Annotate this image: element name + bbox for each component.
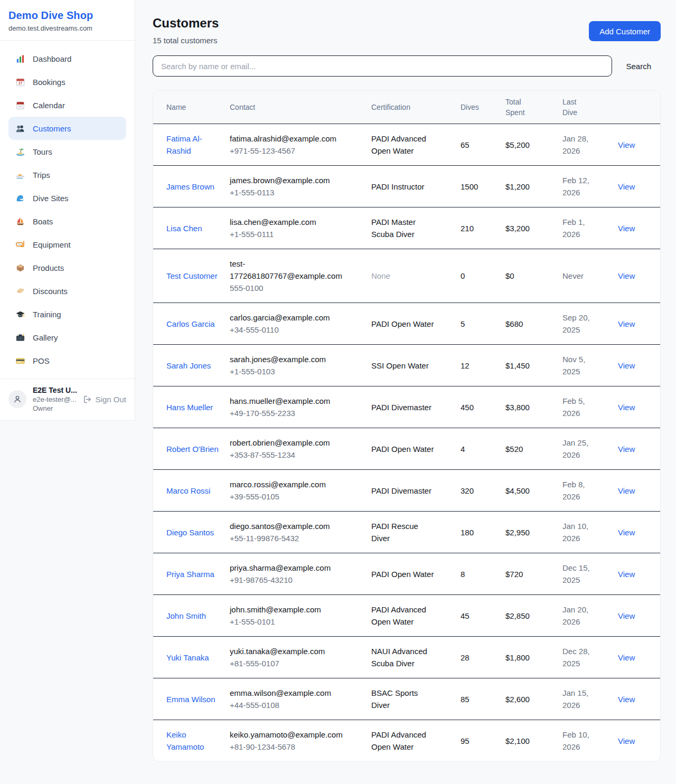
sign-out-button[interactable]: Sign Out [83,395,126,404]
customer-last-dive: Nov 5, 2025 [562,353,597,377]
table-row: Carlos Garcia carlos.garcia@example.com … [153,303,661,345]
view-link[interactable]: View [618,319,635,328]
grad-cap-icon [15,309,25,319]
customer-email: carlos.garcia@example.com [230,311,330,324]
customer-name-link[interactable]: Fatima Al-Rashid [166,134,202,155]
cell-last-dive: Jan 28, 2026 [562,124,618,166]
customer-total-spent: $720 [505,570,523,579]
user-info: E2E Test U... e2e-tester@... Owner [33,386,77,412]
cell-action: View [618,470,661,512]
customer-name-link[interactable]: Test Customer [166,271,218,280]
credit-card-icon [15,356,25,366]
wave-icon [15,193,25,203]
cell-contact: yuki.tanaka@example.com +81-555-0107 [230,637,371,678]
view-link[interactable]: View [618,271,635,280]
column-header-certification: Certification [371,91,461,124]
customer-name-link[interactable]: Carlos Garcia [166,319,215,328]
view-link[interactable]: View [618,403,635,412]
customer-email: lisa.chen@example.com [230,216,316,228]
customer-name-link[interactable]: Emma Wilson [166,695,215,704]
customer-certification: BSAC Sports Diver [371,687,438,711]
customer-name-link[interactable]: Priya Sharma [166,570,214,579]
cell-total-spent: $4,500 [505,470,562,512]
cell-dives: 95 [461,720,505,762]
view-link[interactable]: View [618,140,635,149]
cell-last-dive: Nov 5, 2025 [562,345,618,386]
sidebar-item-dive-sites[interactable]: Dive Sites [8,186,126,210]
customer-name-link[interactable]: Sarah Jones [166,361,211,370]
brand-name: Demo Dive Shop [8,10,126,22]
user-role: Owner [33,404,77,412]
sidebar-item-customers[interactable]: Customers [8,117,126,140]
customer-email: hans.mueller@example.com [230,395,330,407]
table-row: Keiko Yamamoto keiko.yamamoto@example.co… [153,720,661,762]
customer-name-link[interactable]: Marco Rossi [166,486,210,495]
add-customer-button[interactable]: Add Customer [589,21,661,41]
cell-contact: hans.mueller@example.com +49-170-555-223… [230,386,371,428]
view-link[interactable]: View [618,361,635,370]
sidebar-item-tours[interactable]: Tours [8,140,126,163]
cell-name: John Smith [153,595,230,637]
view-link[interactable]: View [618,445,635,454]
cell-last-dive: Never [562,249,618,303]
cell-contact: diego.santos@example.com +55-11-99876-54… [230,512,371,553]
customer-name-link[interactable]: Keiko Yamamoto [166,730,204,751]
sidebar-item-training[interactable]: Training [8,303,126,326]
page-header-text: Customers 15 total customers [153,16,219,45]
customer-phone: +81-90-1234-5678 [230,741,343,753]
sidebar-item-calendar[interactable]: Calendar [8,93,126,117]
sidebar-item-discounts[interactable]: Discounts [8,279,126,303]
view-link[interactable]: View [618,736,635,745]
customer-certification: NAUI Advanced Scuba Diver [371,645,438,669]
view-link[interactable]: View [618,611,635,620]
customer-name-link[interactable]: Lisa Chen [166,224,202,233]
sidebar-item-trips[interactable]: Trips [8,163,126,186]
customer-name-link[interactable]: Diego Santos [166,528,214,537]
search-button[interactable]: Search [626,62,651,71]
customer-email: john.smith@example.com [230,603,321,616]
cell-contact: lisa.chen@example.com +1-555-0111 [230,207,371,249]
customer-last-dive: Jan 28, 2026 [562,133,597,157]
sidebar-item-bookings[interactable]: Bookings [8,70,126,93]
cell-name: Sarah Jones [153,345,230,386]
column-header-actions [618,91,661,124]
cell-total-spent: $0 [505,249,562,303]
customer-phone: +1-555-0101 [230,616,321,628]
cell-last-dive: Feb 8, 2026 [562,470,618,512]
customer-name-link[interactable]: Hans Mueller [166,403,213,412]
customer-email: fatima.alrashid@example.com [230,133,336,145]
customer-name-link[interactable]: James Brown [166,182,214,191]
sidebar-item-products[interactable]: Products [8,256,126,279]
customer-name-link[interactable]: John Smith [166,611,206,620]
cell-certification: PADI Open Water [371,428,461,470]
view-link[interactable]: View [618,182,635,191]
sidebar-item-dashboard[interactable]: Dashboard [8,47,126,70]
search-input[interactable] [153,55,612,77]
column-header-contact: Contact [230,91,371,124]
table-row: James Brown james.brown@example.com +1-5… [153,166,661,207]
customer-total-spent: $2,850 [505,611,530,620]
cell-dives: 450 [461,386,505,428]
customer-certification: None [371,270,390,282]
cell-total-spent: $1,450 [505,345,562,386]
customer-name-link[interactable]: Yuki Tanaka [166,653,209,662]
view-link[interactable]: View [618,486,635,495]
cell-total-spent: $2,100 [505,720,562,762]
view-link[interactable]: View [618,695,635,704]
view-link[interactable]: View [618,224,635,233]
sidebar-item-equipment[interactable]: Equipment [8,233,126,256]
cell-contact: emma.wilson@example.com +44-555-0108 [230,678,371,720]
customer-email: emma.wilson@example.com [230,687,331,699]
user-email: e2e-tester@... [33,395,77,403]
cell-name: Priya Sharma [153,553,230,595]
cell-dives: 180 [461,512,505,553]
view-link[interactable]: View [618,570,635,579]
customer-phone: 555-0100 [230,282,345,294]
view-link[interactable]: View [618,653,635,662]
customer-name-link[interactable]: Robert O'Brien [166,445,219,454]
sidebar-item-gallery[interactable]: Gallery [8,326,126,349]
cell-dives: 5 [461,303,505,345]
view-link[interactable]: View [618,528,635,537]
sidebar-item-pos[interactable]: POS [8,349,126,372]
sidebar-item-boats[interactable]: Boats [8,210,126,233]
